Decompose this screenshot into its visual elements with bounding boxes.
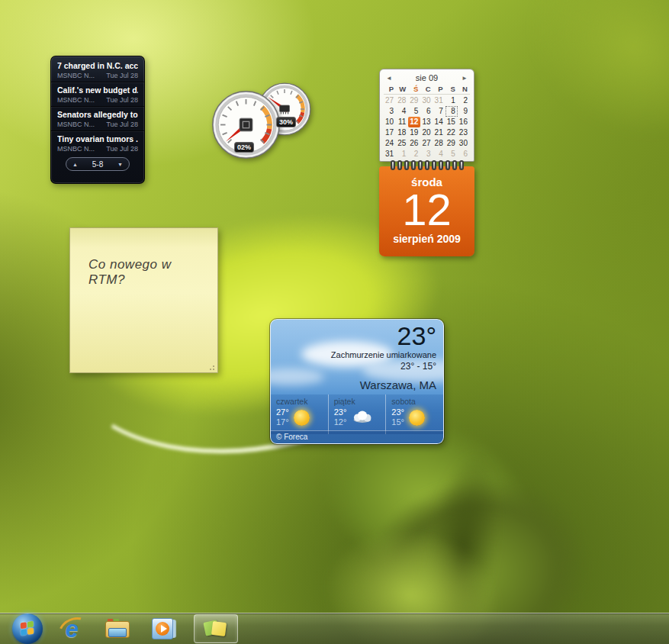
calendar-day-cell[interactable]: 17 <box>384 127 396 138</box>
calendar-day-cell[interactable]: 25 <box>396 138 408 149</box>
calendar-day-cell[interactable]: 28 <box>396 95 408 106</box>
calendar-day-header: P <box>433 84 445 94</box>
calendar-day-cell[interactable]: 2 <box>458 95 470 106</box>
calendar-day-cell[interactable]: 20 <box>420 127 433 138</box>
ram-percent-label: 30% <box>276 117 296 127</box>
calendar-day-cell[interactable]: 31 <box>384 149 396 159</box>
calendar-day-header: N <box>458 84 470 94</box>
cpu-meter-gadget[interactable]: 30% 02% <box>211 81 317 160</box>
weather-condition: Zachmurzenie umiarkowane <box>331 350 436 359</box>
news-item[interactable]: 7 charged in N.C. acc...MSNBC N...Tue Ju… <box>51 58 144 82</box>
sticky-notes-icon <box>211 621 227 636</box>
calendar-spiral-binding <box>379 160 474 172</box>
calendar-day-cell[interactable]: 26 <box>408 138 420 149</box>
calendar-next-icon[interactable]: ► <box>462 72 468 84</box>
calendar-day-header: P <box>384 84 396 94</box>
news-item-source: MSNBC N... <box>57 145 95 153</box>
calendar-day-cell[interactable]: 2 <box>408 149 420 159</box>
feed-headlines-gadget[interactable]: 7 charged in N.C. acc...MSNBC N...Tue Ju… <box>50 56 145 184</box>
pager-down-icon[interactable]: ▼ <box>117 162 123 167</box>
calendar-day-cell[interactable]: 7 <box>433 106 445 117</box>
spiral-coil <box>397 160 402 170</box>
calendar-day-cell[interactable]: 30 <box>420 95 433 106</box>
forecast-high: 23° <box>334 407 347 417</box>
calendar-day-cell[interactable]: 23 <box>458 127 470 138</box>
news-item-title: Calif.'s new budget d... <box>57 85 138 95</box>
spiral-coil <box>439 160 443 170</box>
note-text[interactable]: Co nowego w RTM? <box>88 257 208 288</box>
calendar-gadget[interactable]: ◄ sie 09 ► PWŚCPSN 272829303112345678910… <box>379 69 474 256</box>
start-button[interactable] <box>12 613 43 644</box>
calendar-day-cell[interactable]: 18 <box>396 127 408 138</box>
weather-gadget[interactable]: 23° Zachmurzenie umiarkowane 23° - 15° W… <box>270 319 444 444</box>
taskbar-item-media-player[interactable] <box>146 613 180 644</box>
pager-range-label: 5-8 <box>92 160 103 169</box>
calendar-day-cell[interactable]: 22 <box>445 127 458 138</box>
pager-up-icon[interactable]: ▲ <box>72 162 78 167</box>
calendar-day-cell[interactable]: 15 <box>445 117 458 127</box>
calendar-day-cell[interactable]: 3 <box>384 106 396 117</box>
spiral-coil <box>391 160 395 170</box>
news-item-date: Tue Jul 28 <box>106 145 138 153</box>
calendar-day-cell[interactable]: 14 <box>433 117 445 127</box>
weather-current-block: 23° Zachmurzenie umiarkowane 23° - 15° W… <box>331 321 436 391</box>
news-item[interactable]: Tiny ovarian tumors ...MSNBC N...Tue Jul… <box>51 130 144 155</box>
news-item-title: Senators allegedly to... <box>57 110 138 120</box>
news-item-date: Tue Jul 28 <box>106 96 138 104</box>
sticky-note-gadget[interactable]: Co nowego w RTM? <box>69 227 218 373</box>
forecast-low: 15° <box>391 417 404 427</box>
calendar-day-header: Ś <box>408 84 420 94</box>
tearoff-month-year: sierpień 2009 <box>379 233 474 245</box>
calendar-day-cell[interactable]: 19 <box>408 127 420 138</box>
weather-location: Warszawa, MA <box>331 378 436 391</box>
calendar-day-cell[interactable]: 13 <box>420 117 433 127</box>
news-item[interactable]: Calif.'s new budget d...MSNBC N...Tue Ju… <box>51 82 144 106</box>
taskbar: e <box>0 613 669 644</box>
tearoff-day-number: 12 <box>379 188 474 231</box>
calendar-day-cell[interactable]: 27 <box>384 95 396 106</box>
cloud-decoration <box>270 369 324 385</box>
calendar-day-cell[interactable]: 12 <box>408 117 420 127</box>
calendar-day-cell[interactable]: 5 <box>408 106 420 117</box>
taskbar-item-sticky-notes-active[interactable] <box>194 614 238 643</box>
calendar-day-cell[interactable]: 5 <box>445 149 458 159</box>
calendar-day-cell[interactable]: 1 <box>396 149 408 159</box>
spiral-coil <box>425 160 429 170</box>
news-item-meta: MSNBC N...Tue Jul 28 <box>57 145 138 153</box>
calendar-day-cell[interactable]: 31 <box>433 95 445 106</box>
calendar-day-grid: 2728293031123456789101112131415161718192… <box>384 95 470 159</box>
taskbar-item-internet-explorer[interactable]: e <box>55 613 88 644</box>
news-item[interactable]: Senators allegedly to...MSNBC N...Tue Ju… <box>51 106 144 130</box>
forecast-temps: 23°12° <box>334 407 347 427</box>
calendar-day-cell[interactable]: 28 <box>433 138 445 149</box>
calendar-day-cell[interactable]: 3 <box>420 149 433 159</box>
calendar-day-cell[interactable]: 4 <box>433 149 445 159</box>
calendar-day-cell[interactable]: 6 <box>458 149 470 159</box>
forecast-high: 23° <box>391 407 404 417</box>
calendar-prev-icon[interactable]: ◄ <box>386 72 392 84</box>
calendar-day-cell[interactable]: 30 <box>458 138 470 149</box>
wallpaper-leaf <box>500 0 669 170</box>
calendar-day-cell[interactable]: 27 <box>420 138 433 149</box>
calendar-tearoff-page[interactable]: środa 12 sierpień 2009 <box>379 166 474 256</box>
calendar-day-cell[interactable]: 29 <box>445 138 458 149</box>
calendar-day-cell[interactable]: 11 <box>396 117 408 127</box>
calendar-month-view: ◄ sie 09 ► PWŚCPSN 272829303112345678910… <box>379 69 474 162</box>
calendar-day-cell[interactable]: 6 <box>420 106 433 117</box>
calendar-day-cell[interactable]: 4 <box>396 106 408 117</box>
forecast-row: 27°17° <box>276 407 328 427</box>
taskbar-item-windows-explorer[interactable] <box>101 613 134 644</box>
calendar-day-cell[interactable]: 21 <box>433 127 445 138</box>
calendar-day-cell[interactable]: 24 <box>384 138 396 149</box>
resize-grip-icon[interactable] <box>208 364 214 370</box>
calendar-day-cell[interactable]: 10 <box>384 117 396 127</box>
calendar-day-cell[interactable]: 29 <box>408 95 420 106</box>
calendar-day-cell[interactable]: 9 <box>458 106 470 117</box>
forecast-strip: czwartek27°17°piątek23°12°sobota23°15° <box>271 394 443 434</box>
folder-icon <box>105 619 130 639</box>
calendar-day-cell[interactable]: 8 <box>445 106 458 117</box>
calendar-day-cell[interactable]: 1 <box>445 95 458 106</box>
calendar-day-cell[interactable]: 16 <box>458 117 470 127</box>
news-item-date: Tue Jul 28 <box>106 72 138 79</box>
forecast-column: czwartek27°17° <box>271 394 328 434</box>
